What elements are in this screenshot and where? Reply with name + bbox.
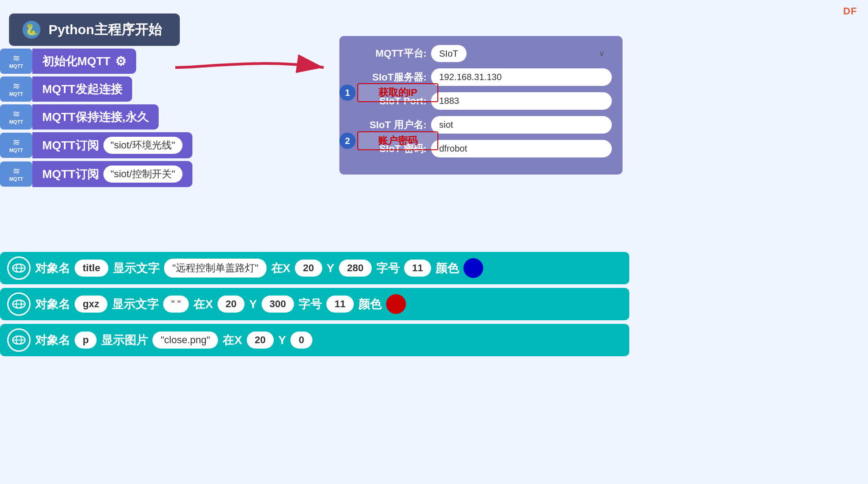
row-p-value-pill: "close.png" xyxy=(152,332,218,349)
connect-label: MQTT发起连接 xyxy=(42,81,122,97)
subscribe1-pill: "siot/环境光线" xyxy=(103,137,183,154)
display-icon-3 xyxy=(7,328,31,352)
server-input[interactable] xyxy=(431,68,612,86)
row-title-inx: 在X xyxy=(271,260,290,276)
mqtt-icon-1: ≋ MQTT xyxy=(0,49,32,74)
mqtt-config-panel: MQTT平台: SIoT SIoT服务器: SIoT Port: SIoT 用户… xyxy=(339,36,623,175)
platform-row: MQTT平台: SIoT xyxy=(350,45,612,62)
mqtt-text-2: MQTT xyxy=(9,91,23,97)
block-subscribe2: ≋ MQTT MQTT订阅 "siot/控制开关" xyxy=(0,161,270,187)
port-input[interactable] xyxy=(431,92,612,110)
python-icon: 🐍 xyxy=(22,20,41,40)
python-title: Python主程序开始 xyxy=(49,21,162,39)
python-header-block: 🐍 Python主程序开始 xyxy=(9,13,180,46)
row-title-font-size: 11 xyxy=(404,260,431,277)
mqtt-icon-2: ≋ MQTT xyxy=(0,76,32,102)
platform-select[interactable]: SIoT xyxy=(431,45,467,62)
wifi-arc-3: ≋ xyxy=(13,109,20,118)
row-p-x: 20 xyxy=(247,332,274,349)
subscribe2-label: MQTT订阅 xyxy=(42,166,99,182)
row-title-value-pill: "远程控制单盖路灯" xyxy=(164,259,267,278)
subscribe1-label: MQTT订阅 xyxy=(42,138,99,153)
bottom-blocks: 对象名 title 显示文字 "远程控制单盖路灯" 在X 20 Y 280 字号… xyxy=(0,252,629,360)
subscribe2-pill: "siot/控制开关" xyxy=(103,166,183,183)
row-gxz-value-pill: " " xyxy=(163,296,189,313)
color-circle-blue xyxy=(463,258,483,278)
color-circle-red xyxy=(386,294,406,314)
row-gxz-font-size: 11 xyxy=(326,296,353,313)
keep-alive-body: MQTT保持连接,永久 xyxy=(32,104,159,130)
row-title-prefix: 对象名 xyxy=(35,260,70,276)
mqtt-text-1: MQTT xyxy=(9,63,23,69)
mqtt-text-4: MQTT xyxy=(9,148,23,153)
row-p-inx: 在X xyxy=(223,332,242,348)
row-p-y-label: Y xyxy=(278,333,286,347)
block-connect: ≋ MQTT MQTT发起连接 xyxy=(0,76,270,102)
row-title-name-pill: title xyxy=(75,260,108,277)
teal-row-gxz: 对象名 gxz 显示文字 " " 在X 20 Y 300 字号 11 颜色 xyxy=(0,288,629,320)
row-title-font: 字号 xyxy=(376,260,400,276)
row-gxz-y: 300 xyxy=(262,296,294,313)
block-init-mqtt: ≋ MQTT 初始化MQTT ⚙ xyxy=(0,49,270,74)
subscribe1-body: MQTT订阅 "siot/环境光线" xyxy=(32,132,192,158)
wifi-arc-5: ≋ xyxy=(13,166,20,175)
server-label: SIoT服务器: xyxy=(350,71,427,84)
connect-body: MQTT发起连接 xyxy=(32,76,132,102)
display-icon-1 xyxy=(7,256,31,280)
row-gxz-inx: 在X xyxy=(193,296,213,312)
row-title-y-label: Y xyxy=(327,261,334,275)
mqtt-icon-4: ≋ MQTT xyxy=(0,133,32,158)
mqtt-icon-3: ≋ MQTT xyxy=(0,104,32,130)
username-label: SIoT 用户名: xyxy=(350,118,427,132)
password-input[interactable] xyxy=(431,140,612,157)
annotation-box-1: 获取的IP xyxy=(357,83,438,102)
platform-select-wrapper[interactable]: SIoT xyxy=(431,45,612,62)
row-gxz-y-label: Y xyxy=(249,297,257,311)
row-title-action: 显示文字 xyxy=(113,260,160,276)
teal-row-title: 对象名 title 显示文字 "远程控制单盖路灯" 在X 20 Y 280 字号… xyxy=(0,252,629,284)
mqtt-text-3: MQTT xyxy=(9,119,23,125)
platform-label: MQTT平台: xyxy=(350,47,427,60)
row-gxz-prefix: 对象名 xyxy=(35,296,70,312)
row-gxz-font: 字号 xyxy=(298,296,322,312)
wifi-arc-4: ≋ xyxy=(13,138,20,147)
wifi-arc-1: ≋ xyxy=(13,54,20,63)
annotation-box-2: 账户密码 xyxy=(357,131,438,150)
wifi-arc-2: ≋ xyxy=(13,81,20,90)
subscribe2-body: MQTT订阅 "siot/控制开关" xyxy=(32,161,192,187)
init-mqtt-body: 初始化MQTT ⚙ xyxy=(32,49,136,74)
row-title-x: 20 xyxy=(295,260,322,277)
row-p-action: 显示图片 xyxy=(101,332,148,348)
svg-text:🐍: 🐍 xyxy=(25,23,38,36)
display-icon-2 xyxy=(7,292,31,316)
left-panel: 🐍 Python主程序开始 ≋ MQTT 初始化MQTT ⚙ ≋ MQTT MQ… xyxy=(0,13,270,187)
init-mqtt-label: 初始化MQTT xyxy=(42,54,111,69)
row-gxz-name-pill: gxz xyxy=(75,296,107,313)
row-p-name-pill: p xyxy=(75,332,97,349)
row-title-color-label: 颜色 xyxy=(436,260,459,276)
annotation-badge-1: 1 xyxy=(339,85,356,101)
row-p-y: 0 xyxy=(290,332,312,349)
row-gxz-action: 显示文字 xyxy=(112,296,159,312)
block-keep-alive: ≋ MQTT MQTT保持连接,永久 xyxy=(0,104,270,130)
block-subscribe1: ≋ MQTT MQTT订阅 "siot/环境光线" xyxy=(0,132,270,158)
mqtt-text-5: MQTT xyxy=(9,176,23,182)
row-gxz-x: 20 xyxy=(218,296,245,313)
keep-alive-label: MQTT保持连接,永久 xyxy=(42,109,149,125)
mqtt-icon-5: ≋ MQTT xyxy=(0,161,32,187)
annotation-badge-2: 2 xyxy=(339,133,356,149)
username-input[interactable] xyxy=(431,116,612,134)
df-label: DF xyxy=(843,5,857,17)
row-gxz-color-label: 颜色 xyxy=(358,296,382,312)
gear-icon: ⚙ xyxy=(115,54,126,69)
row-p-prefix: 对象名 xyxy=(35,332,70,348)
row-title-y: 280 xyxy=(339,260,372,277)
teal-row-p: 对象名 p 显示图片 "close.png" 在X 20 Y 0 xyxy=(0,324,629,356)
